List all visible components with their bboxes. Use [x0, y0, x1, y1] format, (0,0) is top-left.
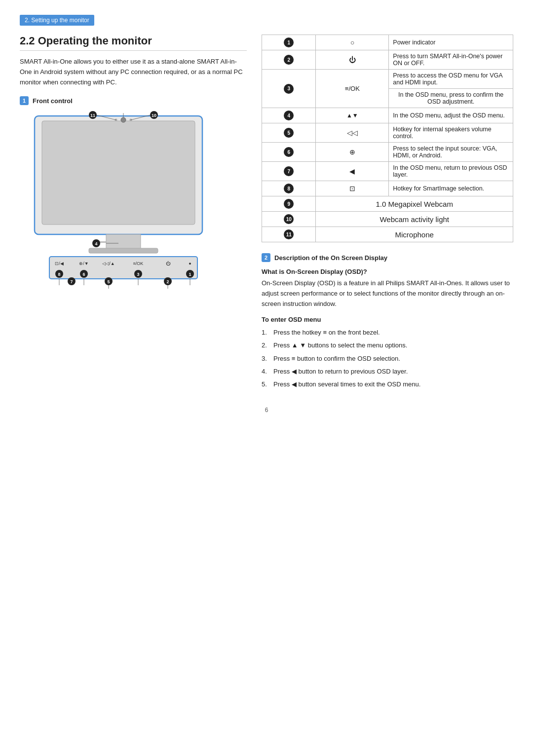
intro-text: SMART All-in-One allows you to either us…	[20, 57, 247, 87]
table-row: 5 ◁◁ Hotkey for internal speakers volume…	[262, 123, 513, 143]
row-desc: 1.0 Megapixel Webcam	[316, 196, 513, 212]
subsection2-badge: 2	[262, 253, 270, 262]
row-desc: Press to access the OSD menu for VGA and…	[389, 70, 513, 89]
step-text: Press ◀ button several times to exit the…	[273, 379, 420, 390]
row-num: 11	[284, 229, 294, 239]
row-desc: Hotkey for internal speakers volume cont…	[389, 123, 513, 143]
table-row: 9 1.0 Megapixel Webcam	[262, 196, 513, 212]
row-icon: ○	[316, 35, 389, 50]
osd-step-item: 1.Press the hotkey ≡ on the front bezel.	[262, 327, 513, 338]
table-row: 1 ○ Power indicator	[262, 35, 513, 50]
svg-text:6: 6	[82, 272, 85, 277]
svg-text:4: 4	[95, 241, 97, 246]
svg-text:7: 7	[70, 279, 73, 284]
row-num: 3	[284, 84, 294, 94]
svg-text:1: 1	[189, 272, 191, 277]
osd-step-item: 2.Press ▲ ▼ buttons to select the menu o…	[262, 340, 513, 351]
row-num: 1	[284, 38, 294, 47]
row-icon: ⊕	[316, 143, 389, 162]
row-num: 6	[284, 147, 294, 157]
monitor-svg: 11 10 PHILIPS	[20, 111, 227, 294]
control-table: 1 ○ Power indicator 2 ⏻ Press to turn SM…	[262, 35, 513, 242]
svg-text:⏻: ⏻	[166, 261, 171, 266]
svg-rect-1	[42, 121, 195, 225]
table-row: 7 ◀ In the OSD menu, return to previous …	[262, 162, 513, 181]
row-icon: ⏻	[316, 50, 389, 70]
step-text: Press ≡ button to confirm the OSD select…	[273, 353, 400, 364]
svg-text:11: 11	[90, 113, 95, 118]
row-icon: ▲▼	[316, 108, 389, 123]
row-desc: Press to select the input source: VGA, H…	[389, 143, 513, 162]
table-row: 3 ≡/OK Press to access the OSD menu for …	[262, 70, 513, 89]
row-num: 4	[284, 111, 294, 120]
svg-text:≡/OK: ≡/OK	[133, 261, 144, 266]
row-num: 2	[284, 55, 294, 65]
row-num: 9	[284, 199, 294, 209]
monitor-diagram: 11 10 PHILIPS	[20, 111, 227, 294]
row-num: 5	[284, 128, 294, 138]
section-title: 2.2 Operating the monitor	[20, 35, 247, 51]
row-num: 8	[284, 184, 294, 193]
front-control-label: 1 Front control	[20, 96, 247, 105]
subsection1-title: Front control	[33, 97, 73, 105]
svg-text:10: 10	[152, 113, 156, 118]
row-desc: Power indicator	[389, 35, 513, 50]
row-icon: ⊡	[316, 181, 389, 196]
row-desc: In the OSD menu, return to previous OSD …	[389, 162, 513, 181]
svg-text:2: 2	[166, 279, 169, 284]
row-desc: In the OSD menu, adjust the OSD menu.	[389, 108, 513, 123]
right-column: 1 ○ Power indicator 2 ⏻ Press to turn SM…	[262, 35, 513, 392]
svg-rect-16	[106, 234, 141, 249]
step-number: 4.	[262, 366, 269, 377]
osd-steps-list: 1.Press the hotkey ≡ on the front bezel.…	[262, 327, 513, 389]
osd-step-item: 5.Press ◀ button several times to exit t…	[262, 379, 513, 390]
osd-section: 2 Description of the On Screen Display W…	[262, 253, 513, 390]
osd-enter-title: To enter OSD menu	[262, 316, 513, 323]
page: 2. Setting up the monitor 2.2 Operating …	[0, 0, 533, 756]
left-column: 2.2 Operating the monitor SMART All-in-O…	[20, 35, 247, 294]
svg-text:⊡/◀: ⊡/◀	[55, 261, 64, 266]
row-num: 7	[284, 166, 294, 176]
svg-text:3: 3	[137, 272, 139, 277]
osd-body: On-Screen Display (OSD) is a feature in …	[262, 278, 513, 309]
svg-rect-18	[49, 257, 197, 279]
row-icon: ◁◁	[316, 123, 389, 143]
row-num: 10	[284, 214, 294, 224]
table-row: 11 Microphone	[262, 227, 513, 242]
osd-step-item: 4.Press ◀ button to return to previous O…	[262, 366, 513, 377]
step-number: 1.	[262, 327, 269, 338]
row-icon: ◀	[316, 162, 389, 181]
step-text: Press ▲ ▼ buttons to select the menu opt…	[273, 340, 407, 351]
step-number: 5.	[262, 379, 269, 390]
svg-text:◁◁/▲: ◁◁/▲	[102, 261, 114, 266]
svg-text:⊕/▼: ⊕/▼	[79, 261, 88, 266]
row-icon: ≡/OK	[316, 70, 389, 108]
svg-text:5: 5	[107, 279, 110, 284]
step-text: Press ◀ button to return to previous OSD…	[273, 366, 408, 377]
step-text: Press the hotkey ≡ on the front bezel.	[273, 327, 380, 338]
step-number: 2.	[262, 340, 269, 351]
row-desc: Microphone	[316, 227, 513, 242]
svg-point-3	[121, 117, 126, 122]
row-desc: In the OSD menu, press to confirm the OS…	[389, 89, 513, 108]
table-row: 10 Webcam activity light	[262, 212, 513, 227]
row-desc: Webcam activity light	[316, 212, 513, 227]
table-row: 8 ⊡ Hotkey for SmartImage selection.	[262, 181, 513, 196]
svg-rect-17	[89, 248, 158, 253]
svg-text:●: ●	[189, 261, 191, 266]
table-row: 4 ▲▼ In the OSD menu, adjust the OSD men…	[262, 108, 513, 123]
subsection2-label: 2 Description of the On Screen Display	[262, 253, 513, 262]
table-row: 2 ⏻ Press to turn SMART All-in-One's pow…	[262, 50, 513, 70]
table-row: 6 ⊕ Press to select the input source: VG…	[262, 143, 513, 162]
subsection1-badge: 1	[20, 96, 29, 105]
osd-step-item: 3.Press ≡ button to confirm the OSD sele…	[262, 353, 513, 364]
row-desc: Hotkey for SmartImage selection.	[389, 181, 513, 196]
subsection2-title: Description of the On Screen Display	[274, 254, 387, 262]
page-number: 6	[20, 407, 513, 414]
svg-text:8: 8	[58, 272, 60, 277]
osd-subtitle: What is On-Screen Display (OSD)?	[262, 268, 513, 275]
breadcrumb: 2. Setting up the monitor	[20, 15, 94, 26]
step-number: 3.	[262, 353, 269, 364]
row-desc: Press to turn SMART All-in-One's power O…	[389, 50, 513, 70]
